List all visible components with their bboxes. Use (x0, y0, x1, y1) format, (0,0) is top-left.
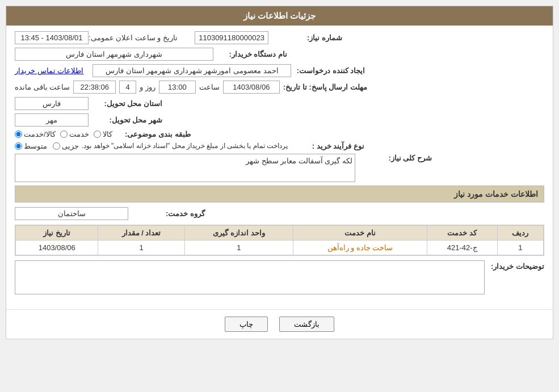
process-mota-label: متوسط (24, 142, 47, 150)
org-row: نام دستگاه خریدار: شهرداری شهرمهر استان … (15, 48, 544, 61)
page-header: جزئیات اطلاعات نیاز (6, 6, 553, 26)
province-label: استان محل تحویل: (89, 99, 162, 108)
process-mota-input[interactable] (15, 142, 22, 150)
deadline-time-label: ساعت (199, 83, 220, 91)
cell-row-num: 1 (497, 241, 544, 255)
col-name: نام خدمت (293, 226, 427, 241)
number-value: 1103091180000023 (195, 31, 268, 44)
deadline-days: 4 (119, 81, 136, 94)
description-row: شرح کلی نیاز: لکه گیری آسفالت معابر سطح … (15, 154, 544, 182)
services-section-header: اطلاعات خدمات مورد نیاز (15, 186, 544, 203)
services-table-container: ردیف کد خدمت نام خدمت واحد اندازه گیری ت… (15, 225, 544, 256)
city-label: شهر محل تحویل: (89, 116, 162, 124)
category-khedmat-label: خدمت (69, 130, 89, 138)
buyer-desc-row: توضیحات خریدار: (15, 260, 544, 294)
footer-buttons: بازگشت چاپ (6, 309, 553, 339)
service-group-label: گروه خدمت: (131, 209, 205, 218)
deadline-time: 13:00 (159, 81, 196, 94)
buyer-desc-label: توضیحات خریدار: (487, 260, 544, 271)
deadline-days-label: روز و (140, 83, 155, 91)
announce-label: تاریخ و ساعت اعلان عمومی: (89, 33, 178, 42)
number-label: شماره نیاز: (268, 33, 342, 42)
category-khedmat-input[interactable] (60, 130, 68, 138)
buyer-desc-input[interactable] (15, 260, 485, 294)
category-label: طبقه بندی موضوعی: (117, 130, 191, 138)
announce-value: 1403/08/01 - 13:45 (15, 31, 89, 44)
cell-code: ج-42-421 (427, 241, 497, 255)
col-date: تاریخ نیاز (16, 226, 98, 241)
creator-value: احمد معصومی امورشهر شهرداری شهرمهر استان… (93, 64, 291, 77)
cell-unit: 1 (184, 241, 293, 255)
category-kala-input[interactable] (94, 130, 101, 138)
province-value: فارس (15, 97, 89, 110)
city-row: شهر محل تحویل: مهر (15, 113, 544, 127)
city-value: مهر (15, 113, 89, 127)
back-button[interactable]: بازگشت (279, 317, 334, 332)
col-code: کد خدمت (427, 226, 497, 241)
service-group-value: ساختمان (15, 207, 128, 220)
cell-name: ساخت جاده و راه‌آهن (293, 241, 427, 255)
creator-label: ایجاد کننده درخواست: (291, 66, 365, 75)
table-row: 1ج-42-421ساخت جاده و راه‌آهن111403/08/06 (16, 241, 544, 255)
deadline-remaining-label: ساعت باقی مانده (15, 83, 70, 91)
category-both-input[interactable] (15, 130, 22, 138)
deadline-label: مهلت ارسال پاسخ: تا تاریخ: (283, 83, 367, 91)
process-label: نوع فرآیند خرید : (291, 142, 364, 150)
process-radio-mota[interactable]: متوسط (15, 142, 47, 150)
category-radio-kala[interactable]: کالا (94, 130, 112, 138)
creator-row: ایجاد کننده درخواست: احمد معصومی امورشهر… (15, 64, 544, 77)
number-row: شماره نیاز: 1103091180000023 تاریخ و ساع… (15, 31, 544, 44)
category-kala-label: کالا (103, 130, 112, 138)
province-row: استان محل تحویل: فارس (15, 97, 544, 110)
col-qty: تعداد / مقدار (98, 226, 184, 241)
org-value: شهرداری شهرمهر استان فارس (15, 48, 213, 61)
contact-link[interactable]: اطلاعات تماس خریدار (15, 66, 83, 75)
deadline-row: مهلت ارسال پاسخ: تا تاریخ: 1403/08/06 سا… (15, 81, 544, 94)
cell-date: 1403/08/06 (16, 241, 98, 255)
cell-qty: 1 (98, 241, 184, 255)
service-group-row: گروه خدمت: ساختمان (15, 207, 544, 220)
process-text: پرداخت تمام یا بخشی از مبلغ خریداز محل "… (82, 142, 288, 150)
category-radio-both[interactable]: کالا/خدمت (15, 130, 56, 138)
description-value: لکه گیری آسفالت معابر سطح شهر (15, 154, 355, 182)
col-unit: واحد اندازه گیری (184, 226, 293, 241)
print-button[interactable]: چاپ (225, 317, 268, 332)
process-jozei-label: جزیی (62, 142, 79, 150)
description-label: شرح کلی نیاز: (358, 154, 432, 162)
services-table: ردیف کد خدمت نام خدمت واحد اندازه گیری ت… (15, 225, 544, 255)
deadline-remaining: 22:38:06 (73, 81, 116, 94)
org-label: نام دستگاه خریدار: (213, 50, 287, 58)
process-radios: جزیی متوسط (15, 142, 79, 150)
process-row: نوع فرآیند خرید : پرداخت تمام یا بخشی از… (15, 142, 544, 150)
process-jozei-input[interactable] (53, 142, 60, 150)
col-row-num: ردیف (497, 226, 544, 241)
category-radio-khedmat[interactable]: خدمت (60, 130, 89, 138)
process-radio-jozei[interactable]: جزیی (53, 142, 79, 150)
category-both-label: کالا/خدمت (24, 130, 56, 138)
category-row: طبقه بندی موضوعی: کالا خدمت کالا/خدمت (15, 130, 544, 138)
deadline-date: 1403/08/06 (223, 81, 280, 94)
